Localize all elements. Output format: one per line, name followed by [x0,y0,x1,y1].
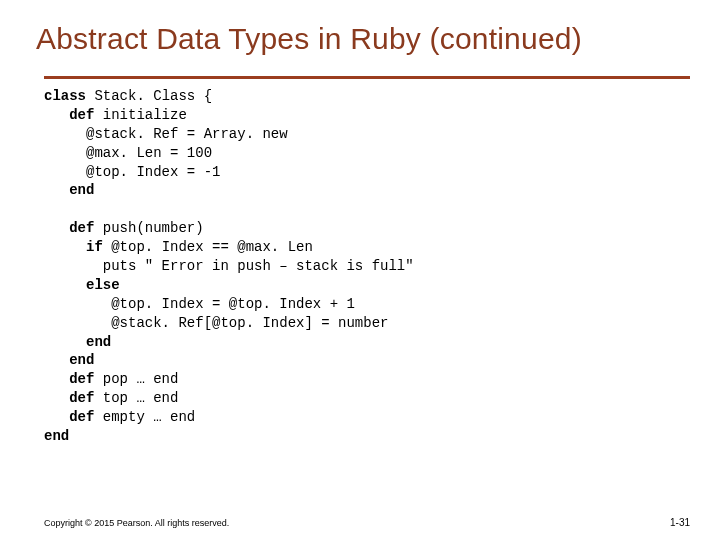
code-text: puts " Error in push – stack is full" [44,258,414,274]
copyright-footer: Copyright © 2015 Pearson. All rights res… [44,518,690,528]
kw-def: def [44,409,103,425]
code-text: pop … end [103,371,179,387]
kw-def: def [44,371,103,387]
kw-end: end [44,352,94,368]
code-text: empty … end [103,409,195,425]
code-text: Stack. Class { [86,88,212,104]
slide: Abstract Data Types in Ruby (continued) … [0,0,720,540]
code-text: @top. Index = -1 [44,164,220,180]
code-text: top … end [103,390,179,406]
code-block: class Stack. Class { def initialize @sta… [0,79,720,446]
kw-else: else [44,277,120,293]
page-title: Abstract Data Types in Ruby (continued) [0,0,720,66]
kw-end: end [44,334,111,350]
code-text: initialize [103,107,187,123]
code-text: @stack. Ref[@top. Index] = number [44,315,388,331]
kw-end: end [44,428,69,444]
kw-class: class [44,88,86,104]
code-text: @max. Len = 100 [44,145,212,161]
kw-end: end [44,182,94,198]
code-text: @stack. Ref = Array. new [44,126,288,142]
kw-def: def [44,390,103,406]
page-number: 1-31 [670,517,690,528]
code-text: push(number) [103,220,204,236]
code-text: @top. Index == @max. Len [111,239,313,255]
code-text: @top. Index = @top. Index + 1 [44,296,355,312]
kw-def: def [44,220,103,236]
kw-if: if [44,239,111,255]
kw-def: def [44,107,103,123]
